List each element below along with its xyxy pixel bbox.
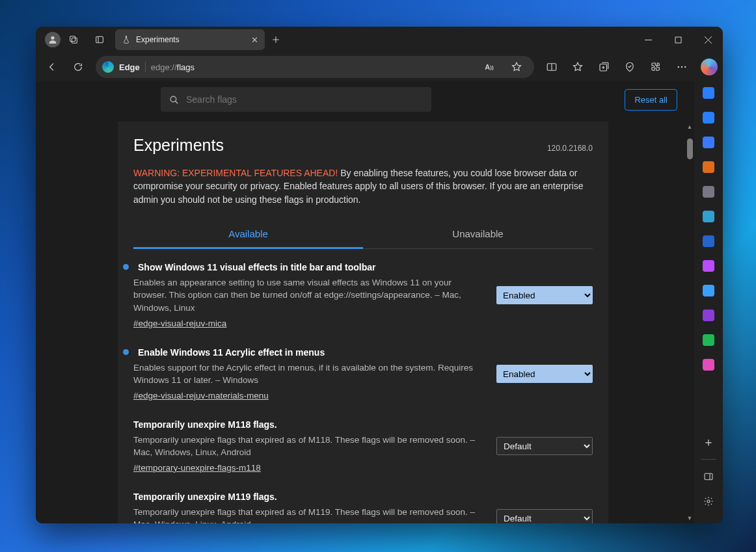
sidebar: ＋: [694, 81, 723, 523]
sidebar-app-icon[interactable]: [701, 135, 716, 150]
svg-point-18: [681, 66, 682, 68]
svg-point-24: [707, 500, 710, 503]
close-tab-icon[interactable]: ✕: [251, 35, 258, 45]
workspaces-icon[interactable]: [61, 27, 87, 53]
sidebar-app-icon[interactable]: [701, 357, 716, 373]
split-screen-icon[interactable]: [541, 56, 563, 78]
maximize-button[interactable]: [663, 27, 693, 53]
tab-available[interactable]: Available: [133, 220, 363, 249]
flag-description: Enables an appearance setting to use sam…: [133, 276, 485, 315]
sidebar-app-icon[interactable]: [701, 159, 716, 175]
svg-point-0: [51, 36, 54, 40]
sidebar-app-icon[interactable]: [701, 209, 716, 224]
svg-point-20: [170, 96, 176, 102]
flag-state-select[interactable]: DefaultEnabledDisabled: [496, 365, 593, 383]
flag-description: Enables support for the Acrylic effect i…: [133, 361, 485, 387]
favorite-star-icon[interactable]: [506, 56, 528, 78]
scrollbar-track[interactable]: ▲ ▼: [685, 122, 694, 523]
flag-hash-link[interactable]: #temporary-unexpire-flags-m118: [133, 463, 261, 473]
favorites-icon[interactable]: [567, 56, 589, 78]
sidebar-app-icon[interactable]: [701, 283, 716, 298]
flags-topbar: Reset all: [36, 81, 694, 118]
svg-point-19: [684, 66, 686, 68]
sidebar-app-icon[interactable]: [701, 332, 716, 348]
sidebar-app-icon[interactable]: [701, 110, 716, 125]
scrollbar-thumb[interactable]: [687, 138, 693, 159]
flag-title: Temporarily unexpire M119 flags.: [133, 492, 485, 502]
version-label: 120.0.2168.0: [547, 144, 593, 153]
flag-description: Temporarily unexpire flags that expired …: [133, 434, 485, 459]
flag-hash-link[interactable]: #edge-visual-rejuv-materials-menu: [133, 391, 269, 401]
flag-title: Temporarily unexpire M118 flags.: [133, 419, 485, 430]
back-button[interactable]: [41, 56, 63, 78]
flag-row: Show Windows 11 visual effects in title …: [133, 249, 593, 334]
svg-rect-1: [70, 36, 75, 42]
flag-hash-link[interactable]: #edge-visual-rejuv-mica: [133, 319, 226, 328]
page-region: Experiments 120.0.2168.0 WARNING: EXPERI…: [118, 122, 608, 523]
copilot-button[interactable]: [701, 59, 718, 75]
read-aloud-icon[interactable]: A)): [478, 56, 500, 78]
flag-list: Show Windows 11 visual effects in title …: [133, 249, 593, 523]
titlebar: Experiments ✕: [36, 27, 723, 53]
addr-edge-label: Edge: [119, 62, 140, 72]
close-window-button[interactable]: [693, 27, 723, 53]
warning-text: WARNING: EXPERIMENTAL FEATURES AHEAD! By…: [133, 166, 593, 206]
sidebar-panel-icon[interactable]: [701, 469, 716, 484]
scroll-down-icon[interactable]: ▼: [686, 515, 693, 521]
profile-button[interactable]: [45, 32, 61, 47]
scroll-up-icon[interactable]: ▲: [686, 124, 693, 130]
flag-state-select[interactable]: DefaultEnabledDisabled: [496, 286, 593, 304]
address-bar[interactable]: Edge edge://flags A)): [96, 56, 534, 78]
page-title: Experiments: [133, 136, 224, 155]
sidebar-app-icon[interactable]: [701, 233, 716, 249]
flag-state-select[interactable]: DefaultEnabledDisabled: [496, 509, 593, 523]
browser-tab[interactable]: Experiments ✕: [115, 29, 265, 50]
svg-rect-2: [72, 38, 77, 43]
extensions-icon[interactable]: [645, 56, 667, 78]
search-icon: [169, 94, 180, 105]
modified-dot-icon: [123, 264, 129, 270]
sidebar-settings-icon[interactable]: [701, 493, 716, 509]
edge-window: Experiments ✕ Edge edge://flags A)): [36, 27, 723, 523]
svg-rect-8: [675, 37, 681, 43]
flag-state-select[interactable]: DefaultEnabledDisabled: [496, 437, 593, 455]
url-text: edge://flags: [151, 62, 195, 72]
sidebar-add-button[interactable]: ＋: [701, 434, 716, 450]
tab-unavailable[interactable]: Unavailable: [363, 220, 593, 248]
svg-rect-22: [705, 473, 712, 479]
sidebar-app-icon[interactable]: [701, 308, 716, 323]
flag-row: Enable Windows 11 Acrylic effect in menu…: [133, 334, 593, 406]
svg-point-17: [678, 66, 679, 68]
sidebar-app-icon[interactable]: [701, 85, 716, 101]
new-tab-button[interactable]: [265, 27, 287, 53]
sidebar-app-icon[interactable]: [701, 258, 716, 274]
search-flags[interactable]: [161, 87, 431, 112]
flag-description: Temporarily unexpire flags that expired …: [133, 506, 485, 523]
sidebar-app-icon[interactable]: [701, 184, 716, 200]
more-menu-icon[interactable]: [671, 56, 693, 78]
svg-line-21: [176, 101, 178, 103]
flag-title: Enable Windows 11 Acrylic effect in menu…: [133, 347, 485, 358]
flag-row: Temporarily unexpire M118 flags.Temporar…: [133, 406, 593, 479]
browser-essentials-icon[interactable]: [619, 56, 641, 78]
tab-actions-icon[interactable]: [87, 27, 113, 53]
flask-icon: [122, 35, 131, 44]
search-input[interactable]: [186, 94, 424, 105]
modified-dot-icon: [123, 349, 129, 355]
flag-title: Show Windows 11 visual effects in title …: [133, 262, 485, 272]
content-pane: Reset all Experiments 120.0.2168.0 WARNI…: [36, 81, 694, 523]
edge-logo-icon: [102, 61, 114, 73]
refresh-button[interactable]: [67, 56, 89, 78]
toolbar: Edge edge://flags A)): [36, 53, 723, 81]
flag-row: Temporarily unexpire M119 flags.Temporar…: [133, 479, 593, 523]
collections-icon[interactable]: [593, 56, 615, 78]
flag-tabs: Available Unavailable: [133, 220, 593, 249]
minimize-button[interactable]: [633, 27, 663, 53]
body-area: Reset all Experiments 120.0.2168.0 WARNI…: [36, 81, 723, 523]
svg-rect-3: [96, 36, 103, 42]
reset-all-button[interactable]: Reset all: [625, 89, 677, 111]
tab-title: Experiments: [136, 35, 246, 44]
